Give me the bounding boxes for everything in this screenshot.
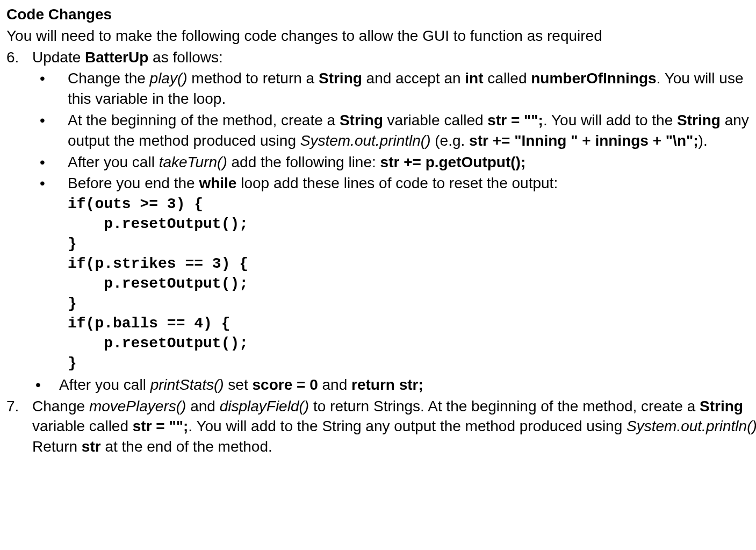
code-inline: score = 0: [253, 376, 318, 393]
bullet-item: • Before you end the while loop add thes…: [32, 173, 756, 194]
type-name: String: [319, 70, 362, 87]
bullet-item: • After you call printStats() set score …: [32, 375, 756, 395]
bullet-marker: •: [32, 110, 68, 131]
type-name: String: [677, 112, 721, 128]
type-name: int: [465, 70, 483, 87]
text: At the beginning of the method, create a: [68, 112, 340, 128]
text: at the end of the method.: [101, 438, 272, 455]
bullet-body: Before you end the while loop add these …: [68, 173, 756, 194]
code-block: if(outs >= 3) { p.resetOutput(); } if(p.…: [68, 195, 756, 374]
text: Before you end the: [68, 175, 199, 191]
text: Change: [32, 398, 89, 415]
code-inline: return str;: [351, 376, 423, 393]
text: called: [484, 70, 531, 87]
text: (e.g.: [431, 132, 470, 149]
text: as follows:: [148, 49, 223, 66]
bullet-body: At the beginning of the method, create a…: [68, 110, 756, 151]
text: variable called: [32, 418, 133, 434]
text: to return Strings. At the beginning of t…: [309, 398, 700, 415]
code-inline: str = "";: [487, 112, 543, 128]
code-inline: str += p.getOutput();: [380, 154, 526, 170]
list-marker: 6.: [6, 47, 32, 68]
list-body: Update BatterUp as follows: • Change the…: [32, 47, 756, 395]
numbered-list: 6. Update BatterUp as follows: • Change …: [6, 47, 756, 457]
list-body: Change movePlayers() and displayField() …: [32, 396, 756, 457]
text: and: [186, 398, 219, 415]
item6-lead: Update BatterUp as follows:: [32, 47, 756, 68]
type-name: String: [340, 112, 383, 128]
var-name: str: [82, 438, 101, 455]
intro-text: You will need to make the following code…: [6, 26, 756, 46]
var-name: numberOfInnings: [531, 70, 656, 87]
text: Change the: [68, 70, 150, 87]
text: loop add these lines of code to reset th…: [236, 175, 558, 191]
class-name: BatterUp: [85, 49, 148, 66]
list-item-7: 7. Change movePlayers() and displayField…: [6, 396, 756, 457]
text: ).: [699, 132, 708, 149]
text: add the following line:: [227, 154, 380, 170]
section-heading: Code Changes: [6, 4, 756, 25]
code-inline: str += "Inning " + innings + "\n";: [469, 132, 698, 149]
list-item-6: 6. Update BatterUp as follows: • Change …: [6, 47, 756, 395]
method-name: play(): [150, 70, 188, 87]
text: Update: [32, 49, 85, 66]
method-name: displayField(): [220, 398, 309, 415]
bullet-marker: •: [32, 152, 68, 173]
text: set: [224, 376, 253, 393]
list-marker: 7.: [6, 396, 32, 417]
text: method to return a: [188, 70, 319, 87]
bullet-item: • After you call takeTurn() add the foll…: [32, 152, 756, 173]
bullet-item: • At the beginning of the method, create…: [32, 110, 756, 151]
text: After you call: [68, 154, 159, 170]
method-name: System.out.println(): [627, 418, 756, 434]
bullet-marker: •: [32, 68, 68, 89]
type-name: String: [700, 398, 743, 415]
bullet-body: After you call printStats() set score = …: [59, 375, 756, 395]
text: and accept an: [362, 70, 465, 87]
method-name: System.out.println(): [300, 132, 431, 149]
text: variable called: [383, 112, 488, 128]
bullet-marker: •: [32, 375, 59, 395]
code-inline: str = "";: [133, 418, 189, 434]
text: and: [318, 376, 351, 393]
bullet-item: • Change the play() method to return a S…: [32, 68, 756, 109]
keyword: while: [199, 175, 236, 191]
bullet-body: After you call takeTurn() add the follow…: [68, 152, 756, 173]
text: . You will add to the: [543, 112, 677, 128]
method-name: movePlayers(): [89, 398, 186, 415]
text: . You will add to the String any output …: [188, 418, 627, 434]
text: After you call: [59, 376, 150, 393]
bullet-body: Change the play() method to return a Str…: [68, 68, 756, 109]
method-name: printStats(): [150, 376, 224, 393]
bullet-marker: •: [32, 173, 68, 194]
method-name: takeTurn(): [159, 154, 227, 170]
